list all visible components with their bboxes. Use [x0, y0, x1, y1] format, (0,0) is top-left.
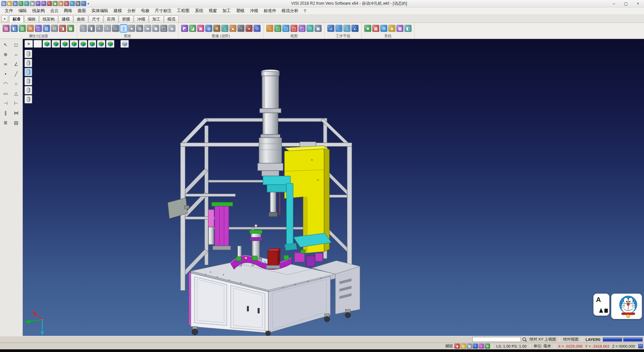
ribbon-tool-icon[interactable]: △ [221, 25, 228, 32]
layers-icon[interactable]: ≣ [1, 119, 10, 127]
ribbon-tool-icon[interactable]: ◧ [405, 25, 412, 32]
ribbon-tool-icon[interactable]: ∠ [352, 25, 359, 32]
tab-item[interactable]: 塑膜 [119, 15, 133, 23]
ribbon-tool-icon[interactable]: ◍ [136, 25, 143, 32]
image-export-icon[interactable]: ▤ [461, 344, 466, 349]
ribbon-tool-icon[interactable]: ◗ [96, 25, 103, 32]
ribbon-tool-icon[interactable]: ◍ [205, 25, 212, 32]
ribbon-tool-icon[interactable]: ◪ [189, 25, 196, 32]
ribbon-tool-icon[interactable]: ◫ [35, 25, 42, 32]
ribbon-tool-icon[interactable]: ◳ [290, 25, 298, 32]
view-cube-front-button[interactable] [52, 40, 60, 48]
menu-item-11[interactable]: 尺寸标注 [152, 7, 174, 14]
ribbon-tool-icon[interactable]: ▩ [67, 25, 74, 32]
view-cube-dynamic-button[interactable] [120, 40, 129, 48]
view-cube-top-button[interactable] [88, 40, 96, 48]
menu-item-2[interactable]: 编辑 [16, 7, 30, 14]
settings-icon[interactable]: ⊛ [75, 1, 80, 6]
display-mode-button-6[interactable] [24, 95, 32, 103]
search-input[interactable] [472, 337, 521, 342]
tab-item[interactable]: 线架构 [39, 15, 58, 23]
snap-point-icon[interactable]: ⊕ [1, 50, 10, 58]
ribbon-tool-icon[interactable]: ▨ [43, 25, 50, 32]
print-icon[interactable]: ▦ [30, 1, 35, 6]
trim-left-icon[interactable]: ⊣ [1, 99, 10, 107]
menu-item-20[interactable]: ? [301, 8, 309, 14]
ribbon-tool-icon[interactable]: ◩ [181, 25, 188, 32]
menu-item-17[interactable]: 冲模 [247, 7, 261, 14]
box-select-icon[interactable]: ◻ [12, 41, 21, 49]
menu-item-7[interactable]: 实体编辑 [89, 7, 111, 14]
save-icon[interactable]: ▥ [13, 1, 18, 6]
ribbon-tool-icon[interactable]: ◉ [152, 25, 159, 32]
maximize-button[interactable]: ▢ [620, 0, 632, 7]
menu-item-18[interactable]: 标准件 [261, 7, 279, 14]
snap-toggle-label[interactable]: 捕捉 [444, 344, 454, 349]
menu-item-3[interactable]: 线架构 [30, 7, 48, 14]
new-file-icon[interactable]: ▤ [1, 1, 6, 6]
ribbon-tool-icon[interactable]: ⊛ [213, 25, 220, 32]
menu-item-14[interactable]: 视窗 [206, 7, 220, 14]
display-mode-button-3[interactable] [24, 68, 32, 76]
measure-icon[interactable]: ≍ [1, 60, 10, 68]
paste-icon[interactable]: ▧ [58, 1, 63, 6]
minimize-button[interactable]: – [608, 0, 620, 7]
open-file-icon[interactable]: ◧ [7, 1, 12, 6]
display-mode-button-2[interactable] [24, 59, 32, 67]
search-icon[interactable] [522, 337, 527, 342]
display-mode-button-5[interactable] [24, 86, 32, 94]
trim-right-icon[interactable]: ⊢ [12, 99, 21, 107]
tab-item[interactable]: 冲模 [134, 15, 149, 23]
menu-item-12[interactable]: 工程图 [174, 7, 193, 14]
viewport-3d[interactable]: ≡ [23, 39, 644, 336]
import-icon[interactable]: ⇩ [18, 1, 23, 6]
menu-item-15[interactable]: 加工 [220, 7, 233, 14]
ribbon-tool-icon[interactable]: ⊡ [307, 25, 314, 32]
ribbon-tool-icon[interactable]: ▲ [229, 25, 236, 32]
menu-item-5[interactable]: 网格 [61, 7, 75, 14]
viewport-menu-button[interactable]: ≡ [24, 40, 33, 48]
menu-item-19[interactable]: 模流分析 [279, 7, 301, 14]
view-cube-right-button[interactable] [79, 40, 87, 48]
refresh-icon[interactable]: ↻ [70, 1, 75, 6]
color-swatch[interactable] [638, 344, 643, 348]
ribbon-tool-icon[interactable]: ⊙ [254, 25, 261, 32]
tab-item[interactable]: 尺寸 [89, 15, 103, 23]
ribbon-tool-icon[interactable]: ⊿ [327, 25, 334, 32]
tab-active[interactable]: 标准 [9, 15, 24, 23]
ribbon-tool-icon[interactable]: ▱ [112, 25, 119, 32]
ribbon-tool-icon[interactable]: ▯ [120, 25, 127, 32]
ribbon-tool-icon[interactable]: ◧ [11, 25, 18, 32]
point-tool-icon[interactable]: • [1, 70, 10, 78]
view-cube-back-button[interactable] [61, 40, 69, 48]
triangle-tool-icon[interactable]: △ [12, 89, 21, 97]
ribbon-tool-icon[interactable]: ⌂ [266, 25, 273, 32]
absolute-view-label[interactable]: 绝对视图 [562, 337, 580, 342]
display-mode-button-1[interactable] [24, 50, 32, 58]
tab-item[interactable]: 模流 [164, 15, 179, 23]
ribbon-tool-icon[interactable]: ▯ [80, 25, 87, 32]
menu-item-10[interactable]: 电极 [139, 7, 152, 14]
ribbon-tool-icon[interactable]: ▦ [372, 25, 379, 32]
ribbon-tool-icon[interactable]: ▩ [396, 25, 404, 32]
view-cube-bottom-button[interactable] [97, 40, 105, 48]
capture-icon[interactable]: ◉ [454, 344, 460, 349]
redo-icon[interactable]: ↷ [41, 1, 46, 6]
arc-tool-icon[interactable]: ◠ [1, 80, 10, 88]
tab-item[interactable]: 曲面 [73, 15, 88, 23]
view-cube-axon-button[interactable] [106, 40, 114, 48]
ribbon-tool-icon[interactable]: ◕ [246, 25, 253, 32]
delete-icon[interactable]: ⊘ [64, 1, 69, 6]
menu-item-4[interactable]: 点云 [48, 7, 61, 14]
ribbon-tool-icon[interactable]: ■ [364, 25, 371, 32]
display-mode-button-4[interactable] [24, 77, 32, 85]
cut-icon[interactable]: × [47, 1, 52, 6]
ribbon-tool-icon[interactable]: ▢ [160, 25, 167, 32]
pan-icon[interactable]: ⇔ [12, 50, 21, 58]
menu-item-13[interactable]: 系统 [192, 7, 206, 14]
line-tool-icon[interactable]: ╱ [12, 70, 21, 78]
ribbon-tool-icon[interactable]: ▣ [197, 25, 204, 32]
ribbon-tool-icon[interactable]: ▧ [3, 25, 10, 32]
menu-item-9[interactable]: 分析 [125, 7, 139, 14]
angle-icon[interactable]: ∠ [12, 60, 21, 68]
